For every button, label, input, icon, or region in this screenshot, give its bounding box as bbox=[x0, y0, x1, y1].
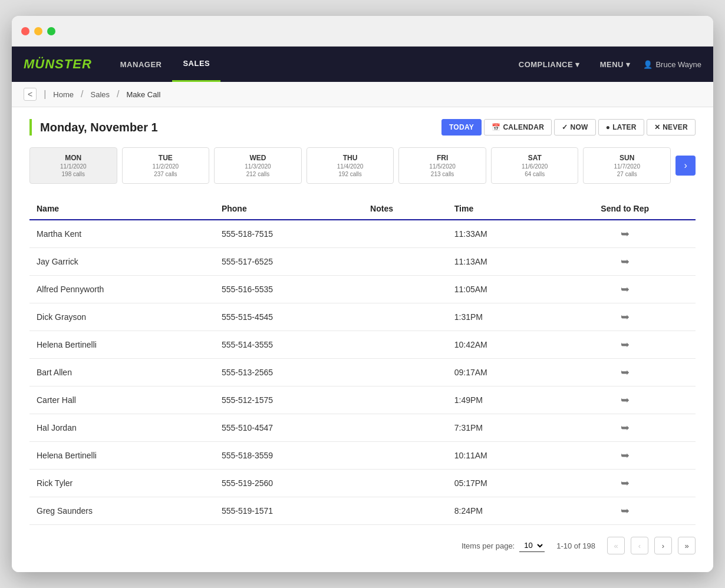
cell-send: ➥ bbox=[554, 248, 696, 276]
cell-notes bbox=[363, 303, 447, 331]
breadcrumb-current: Make Call bbox=[126, 90, 160, 99]
cell-phone: 555-513-2565 bbox=[215, 359, 363, 387]
col-notes: Notes bbox=[363, 198, 447, 220]
table-row: Greg Saunders 555-519-1571 8:24PM ➥ bbox=[29, 497, 696, 525]
day-tab-1[interactable]: TUE 11/2/2020 237 calls bbox=[122, 147, 210, 184]
cell-phone: 555-514-3555 bbox=[215, 331, 363, 359]
next-page-button[interactable]: › bbox=[654, 537, 672, 554]
maximize-button[interactable] bbox=[47, 27, 55, 35]
nav-sales[interactable]: SALES bbox=[172, 47, 220, 82]
header-buttons: TODAY 📅 CALENDAR ✓ NOW ● LATER ✕ NEVER bbox=[441, 119, 696, 136]
main-content: Monday, November 1 TODAY 📅 CALENDAR ✓ NO… bbox=[12, 107, 713, 572]
cell-time: 09:17AM bbox=[447, 359, 555, 387]
cell-phone: 555-512-1575 bbox=[215, 387, 363, 414]
compliance-button[interactable]: COMPLIANCE ▾ bbox=[512, 57, 587, 72]
calendar-icon: 📅 bbox=[492, 123, 500, 131]
breadcrumb-sep1: / bbox=[81, 89, 83, 100]
cell-send: ➥ bbox=[554, 359, 696, 387]
page-info: 1-10 of 198 bbox=[556, 541, 595, 550]
pagination: Items per page: 10 25 50 1-10 of 198 « ‹… bbox=[29, 537, 696, 554]
back-button[interactable]: < bbox=[24, 88, 37, 101]
cell-name: Helena Bertinelli bbox=[29, 442, 215, 470]
table-row: Helena Bertinelli 555-518-3559 10:11AM ➥ bbox=[29, 442, 696, 470]
cell-phone: 555-518-3559 bbox=[215, 442, 363, 470]
last-page-button[interactable]: » bbox=[678, 537, 696, 554]
send-rep-button[interactable]: ➥ bbox=[561, 283, 688, 296]
cell-notes bbox=[363, 276, 447, 303]
dropdown-icon: ▾ bbox=[626, 60, 631, 69]
cell-notes bbox=[363, 470, 447, 497]
send-rep-button[interactable]: ➥ bbox=[561, 338, 688, 351]
user-icon: 👤 bbox=[643, 60, 652, 69]
table-row: Dick Grayson 555-515-4545 1:31PM ➥ bbox=[29, 303, 696, 331]
day-tab-2[interactable]: WED 11/3/2020 212 calls bbox=[214, 147, 302, 184]
cell-name: Hal Jordan bbox=[29, 414, 215, 442]
day-next-button[interactable]: › bbox=[675, 156, 696, 176]
cell-name: Bart Allen bbox=[29, 359, 215, 387]
day-tab-6[interactable]: SUN 11/7/2020 27 calls bbox=[583, 147, 671, 184]
cell-name: Carter Hall bbox=[29, 387, 215, 414]
never-button[interactable]: ✕ NEVER bbox=[647, 119, 696, 136]
minimize-button[interactable] bbox=[34, 27, 42, 35]
cell-send: ➥ bbox=[554, 414, 696, 442]
brand-logo[interactable]: MÜNSTER bbox=[24, 57, 92, 72]
cell-phone: 555-519-1571 bbox=[215, 497, 363, 525]
cell-phone: 555-518-7515 bbox=[215, 220, 363, 248]
day-tab-4[interactable]: FRI 11/5/2020 213 calls bbox=[398, 147, 486, 184]
send-rep-button[interactable]: ➥ bbox=[561, 449, 688, 462]
cell-time: 11:13AM bbox=[447, 248, 555, 276]
table-row: Carter Hall 555-512-1575 1:49PM ➥ bbox=[29, 387, 696, 414]
send-rep-button[interactable]: ➥ bbox=[561, 394, 688, 407]
navbar: MÜNSTER MANAGER SALES COMPLIANCE ▾ MENU … bbox=[12, 47, 713, 82]
day-tab-0[interactable]: MON 11/1/2020 198 calls bbox=[29, 147, 117, 184]
table-row: Hal Jordan 555-510-4547 7:31PM ➥ bbox=[29, 414, 696, 442]
dropdown-icon: ▾ bbox=[575, 60, 580, 69]
first-page-button[interactable]: « bbox=[607, 537, 625, 554]
cell-notes bbox=[363, 414, 447, 442]
close-button[interactable] bbox=[21, 27, 29, 35]
nav-manager[interactable]: MANAGER bbox=[110, 47, 173, 82]
cell-name: Alfred Pennyworth bbox=[29, 276, 215, 303]
col-send: Send to Rep bbox=[554, 198, 696, 220]
menu-button[interactable]: MENU ▾ bbox=[593, 57, 638, 72]
breadcrumb-sales[interactable]: Sales bbox=[90, 90, 110, 99]
cell-send: ➥ bbox=[554, 442, 696, 470]
send-rep-button[interactable]: ➥ bbox=[561, 421, 688, 434]
send-rep-button[interactable]: ➥ bbox=[561, 310, 688, 323]
items-per-page: Items per page: 10 25 50 bbox=[462, 539, 545, 552]
cell-time: 1:31PM bbox=[447, 303, 555, 331]
cell-time: 05:17PM bbox=[447, 470, 555, 497]
items-per-page-label: Items per page: bbox=[462, 541, 515, 550]
table-row: Martha Kent 555-518-7515 11:33AM ➥ bbox=[29, 220, 696, 248]
day-tab-5[interactable]: SAT 11/6/2020 64 calls bbox=[491, 147, 579, 184]
page-date: Monday, November 1 bbox=[40, 121, 158, 134]
send-rep-button[interactable]: ➥ bbox=[561, 255, 688, 268]
breadcrumb-home[interactable]: Home bbox=[53, 90, 74, 99]
user-menu[interactable]: 👤 Bruce Wayne bbox=[643, 60, 701, 69]
col-time: Time bbox=[447, 198, 555, 220]
send-rep-button[interactable]: ➥ bbox=[561, 477, 688, 490]
cell-time: 8:24PM bbox=[447, 497, 555, 525]
cell-time: 1:49PM bbox=[447, 387, 555, 414]
x-icon: ✕ bbox=[654, 123, 660, 131]
cell-notes bbox=[363, 220, 447, 248]
cell-name: Greg Saunders bbox=[29, 497, 215, 525]
cell-phone: 555-517-6525 bbox=[215, 248, 363, 276]
cell-send: ➥ bbox=[554, 220, 696, 248]
cell-name: Dick Grayson bbox=[29, 303, 215, 331]
day-tab-3[interactable]: THU 11/4/2020 192 calls bbox=[307, 147, 394, 184]
send-rep-button[interactable]: ➥ bbox=[561, 227, 688, 240]
now-button[interactable]: ✓ NOW bbox=[554, 119, 596, 136]
breadcrumb-sep2: / bbox=[117, 89, 119, 100]
today-button[interactable]: TODAY bbox=[441, 119, 482, 136]
cell-send: ➥ bbox=[554, 497, 696, 525]
send-rep-button[interactable]: ➥ bbox=[561, 366, 688, 379]
later-button[interactable]: ● LATER bbox=[598, 119, 644, 136]
per-page-select[interactable]: 10 25 50 bbox=[519, 539, 545, 552]
cell-phone: 555-515-4545 bbox=[215, 303, 363, 331]
calendar-button[interactable]: 📅 CALENDAR bbox=[484, 119, 552, 136]
send-rep-button[interactable]: ➥ bbox=[561, 504, 688, 517]
cell-time: 11:05AM bbox=[447, 276, 555, 303]
prev-page-button[interactable]: ‹ bbox=[631, 537, 648, 554]
col-name: Name bbox=[29, 198, 215, 220]
